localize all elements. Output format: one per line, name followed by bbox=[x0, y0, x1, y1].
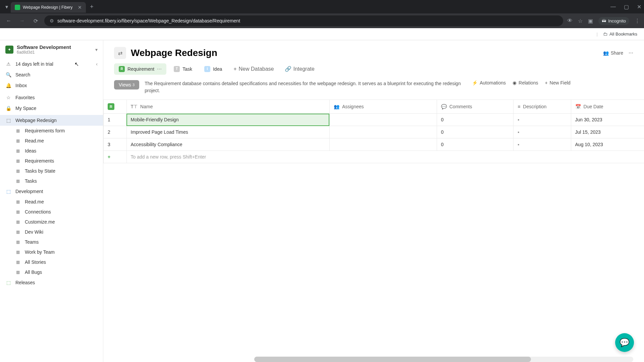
sidebar-space-releases[interactable]: ⬚Releases bbox=[0, 277, 103, 288]
column-header-duedate[interactable]: 📅Due Date bbox=[571, 100, 644, 114]
people-icon: 👥 bbox=[334, 104, 339, 109]
column-header-assignees[interactable]: 👥Assignees bbox=[329, 100, 437, 114]
all-bookmarks-button[interactable]: 🗀 All Bookmarks bbox=[603, 32, 637, 37]
back-button[interactable]: ← bbox=[4, 18, 13, 24]
tab-more-icon[interactable]: ⋯ bbox=[157, 66, 162, 72]
horizontal-scrollbar[interactable] bbox=[254, 357, 633, 362]
database-tab-requirement[interactable]: RRequirement⋯ bbox=[114, 63, 166, 75]
column-corner[interactable]: R bbox=[104, 100, 127, 114]
bell-icon: 🔔 bbox=[5, 83, 11, 88]
tabs-dropdown-icon[interactable]: ▾ bbox=[3, 4, 11, 10]
cell-comments[interactable]: 0 bbox=[437, 126, 513, 138]
comment-icon: 💬 bbox=[441, 104, 447, 109]
sidebar-item-favorites[interactable]: ☆ Favorites bbox=[0, 92, 103, 103]
panel-icon[interactable]: ▣ bbox=[588, 18, 593, 24]
bookmark-star-icon[interactable]: ☆ bbox=[578, 18, 583, 24]
workspace-switcher[interactable]: ✦ Software Development 6ad8d3d1 ▾ bbox=[0, 40, 103, 59]
sidebar-item-connections[interactable]: ▦Connections bbox=[0, 207, 103, 217]
chat-fab-button[interactable]: 💬 bbox=[615, 333, 634, 352]
chevron-left-icon[interactable]: ‹ bbox=[96, 61, 98, 67]
page-title[interactable]: Webpage Redesign bbox=[131, 48, 598, 58]
new-field-button[interactable]: + New Field bbox=[545, 80, 570, 85]
new-database-button[interactable]: +New Database bbox=[229, 63, 278, 75]
doc-icon: ≡ bbox=[518, 104, 520, 109]
cell-name[interactable]: Improved Page Load Times bbox=[126, 126, 329, 138]
main-content: ⇄ Webpage Redesign 👥 Share ⋯ RRequiremen… bbox=[103, 40, 644, 362]
cell-name[interactable]: Accessibility Compliance bbox=[126, 138, 329, 151]
warning-icon: ⚠ bbox=[5, 61, 11, 67]
view-icon: ▦ bbox=[16, 209, 21, 214]
sidebar-item-tasks[interactable]: ▦Tasks bbox=[0, 176, 103, 186]
sidebar-item-search[interactable]: 🔍 Search bbox=[0, 69, 103, 80]
view-icon: ▦ bbox=[16, 220, 21, 224]
sidebar-item-inbox[interactable]: 🔔 Inbox bbox=[0, 80, 103, 91]
sidebar: ✦ Software Development 6ad8d3d1 ▾ ⚠ 14 d… bbox=[0, 40, 103, 362]
reload-button[interactable]: ⟳ bbox=[31, 18, 40, 24]
close-window-icon[interactable]: ✕ bbox=[637, 4, 641, 10]
cell-description[interactable]: ▪ bbox=[514, 126, 571, 138]
cell-comments[interactable]: 0 bbox=[437, 138, 513, 151]
integrate-button[interactable]: 🔗Integrate bbox=[281, 63, 319, 75]
sidebar-item-all-bugs[interactable]: ▦All Bugs bbox=[0, 267, 103, 277]
lock-icon: 🔒 bbox=[5, 106, 11, 111]
views-button[interactable]: Views 3 bbox=[114, 80, 139, 89]
cell-assignees[interactable] bbox=[329, 114, 437, 126]
column-header-name[interactable]: T⊤Name bbox=[126, 100, 329, 114]
sidebar-item-work-by-team[interactable]: ▦Work by Team bbox=[0, 247, 103, 257]
browser-menu-icon[interactable]: ⋮ bbox=[635, 18, 640, 24]
database-description[interactable]: The Requirement database contains detail… bbox=[145, 80, 467, 94]
sidebar-item-requirements-form[interactable]: ▦Requirements form bbox=[0, 126, 103, 136]
cell-duedate[interactable]: Jul 15, 2023 bbox=[571, 126, 644, 138]
workspace-sub: 6ad8d3d1 bbox=[17, 50, 92, 55]
incognito-badge[interactable]: 🕶 Incognito bbox=[598, 17, 629, 25]
share-button[interactable]: 👥 Share bbox=[603, 50, 623, 56]
minimize-icon[interactable]: ― bbox=[610, 4, 616, 10]
new-tab-button[interactable]: + bbox=[86, 3, 98, 10]
page-more-icon[interactable]: ⋯ bbox=[629, 50, 633, 56]
sidebar-item-read-me[interactable]: ▦Read.me bbox=[0, 136, 103, 146]
sidebar-item-tasks-by-state[interactable]: ▦Tasks by State bbox=[0, 166, 103, 176]
sidebar-item-ideas[interactable]: ▦Ideas bbox=[0, 146, 103, 156]
sidebar-item-my-space[interactable]: 🔒 My Space bbox=[0, 103, 103, 114]
sidebar-item-dev-wiki[interactable]: ▦Dev Wiki bbox=[0, 227, 103, 237]
db-tab-icon: I bbox=[204, 66, 210, 72]
cell-description[interactable]: ▪ bbox=[514, 138, 571, 151]
page-icon[interactable]: ⇄ bbox=[114, 47, 126, 59]
column-header-comments[interactable]: 💬Comments bbox=[437, 100, 513, 114]
automations-button[interactable]: ⚡ Automations bbox=[472, 80, 506, 85]
eye-off-icon[interactable]: 👁 bbox=[567, 18, 573, 24]
database-tab-idea[interactable]: IIdea bbox=[200, 63, 227, 75]
sidebar-space-webpage-redesign[interactable]: ⬚Webpage Redesign bbox=[0, 115, 103, 126]
sidebar-item-teams[interactable]: ▦Teams bbox=[0, 237, 103, 247]
cell-description[interactable]: ▪ bbox=[514, 114, 571, 126]
browser-tab[interactable]: Webpage Redesign | Fibery ✕ bbox=[11, 2, 86, 13]
scrollbar-thumb[interactable] bbox=[254, 357, 531, 362]
cell-duedate[interactable]: Aug 10, 2023 bbox=[571, 138, 644, 151]
tab-close-icon[interactable]: ✕ bbox=[78, 5, 82, 10]
cell-assignees[interactable] bbox=[329, 126, 437, 138]
maximize-icon[interactable]: ▢ bbox=[624, 4, 629, 10]
cell-comments[interactable]: 0 bbox=[437, 114, 513, 126]
site-settings-icon[interactable]: ⚙ bbox=[50, 18, 54, 23]
sidebar-space-development[interactable]: ⬚Development bbox=[0, 186, 103, 197]
column-header-description[interactable]: ≡Description bbox=[514, 100, 571, 114]
cell-assignees[interactable] bbox=[329, 138, 437, 151]
cell-name[interactable]: Mobile-Friendly Design bbox=[126, 114, 329, 126]
plus-icon: + bbox=[233, 66, 236, 72]
sidebar-item-trial[interactable]: ⚠ 14 days left in trial ‹ bbox=[0, 59, 103, 69]
forward-button[interactable]: → bbox=[17, 18, 27, 24]
address-bar[interactable]: ⚙ software-development.fibery.io/fibery/… bbox=[44, 15, 563, 26]
sidebar-item-read-me[interactable]: ▦Read.me bbox=[0, 197, 103, 207]
workspace-icon: ✦ bbox=[5, 46, 13, 54]
table-row[interactable]: 1 Mobile-Friendly Design 0 ▪ Jun 30, 202… bbox=[104, 114, 644, 126]
table-row[interactable]: 3 Accessibility Compliance 0 ▪ Aug 10, 2… bbox=[104, 138, 644, 151]
database-tab-task[interactable]: TTask bbox=[169, 63, 197, 75]
cell-duedate[interactable]: Jun 30, 2023 bbox=[571, 114, 644, 126]
sidebar-item-all-stories[interactable]: ▦All Stories bbox=[0, 257, 103, 267]
note-icon: ▪ bbox=[518, 117, 519, 122]
sidebar-item-customize-me[interactable]: ▦Customize.me bbox=[0, 217, 103, 227]
table-row[interactable]: 2 Improved Page Load Times 0 ▪ Jul 15, 2… bbox=[104, 126, 644, 138]
sidebar-item-requirements[interactable]: ▦Requirements bbox=[0, 156, 103, 166]
relations-button[interactable]: ◉ Relations bbox=[513, 80, 538, 85]
add-row[interactable]: +To add a new row, press Shift+Enter bbox=[104, 151, 644, 163]
